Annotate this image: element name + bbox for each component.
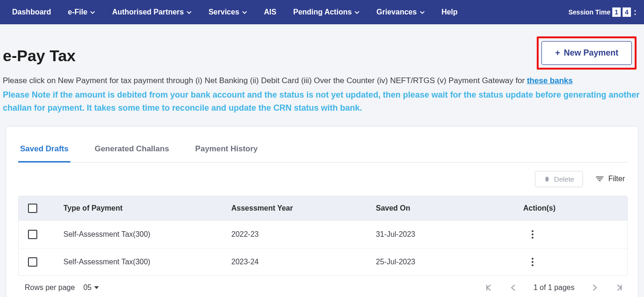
drafts-table: Type of Payment Assessment Year Saved On… bbox=[18, 196, 628, 276]
nav-services[interactable]: Services bbox=[200, 0, 256, 24]
cell-saved: 31-Jul-2023 bbox=[376, 230, 520, 239]
table-toolbar: Delete Filter bbox=[18, 171, 625, 187]
colon-icon: : bbox=[633, 7, 637, 17]
nav-help[interactable]: Help bbox=[433, 0, 466, 24]
svg-rect-2 bbox=[599, 181, 601, 182]
nav-pending-actions[interactable]: Pending Actions bbox=[285, 0, 368, 24]
chevron-down-icon bbox=[90, 10, 95, 15]
rows-per-page-label: Rows per page bbox=[25, 283, 75, 292]
chevron-down-icon bbox=[242, 10, 247, 15]
nav-grievances[interactable]: Grievances bbox=[368, 0, 433, 24]
chevron-down-icon bbox=[420, 10, 425, 15]
cell-type: Self-Assessment Tax(300) bbox=[63, 258, 231, 266]
nav-authorised-partners[interactable]: Authorised Partners bbox=[104, 0, 200, 24]
session-digit: 1 bbox=[612, 7, 621, 17]
cell-saved: 25-Jul-2023 bbox=[376, 258, 520, 266]
row-checkbox[interactable] bbox=[28, 230, 37, 239]
caret-down-icon bbox=[94, 286, 99, 289]
row-actions-menu[interactable] bbox=[530, 228, 535, 240]
plus-icon: + bbox=[555, 48, 560, 58]
filter-icon bbox=[596, 176, 603, 182]
rows-per-page-select[interactable]: 05 bbox=[83, 283, 99, 292]
top-nav: Dashboard e-File Authorised Partners Ser… bbox=[0, 0, 644, 24]
row-checkbox[interactable] bbox=[28, 257, 37, 267]
tab-saved-drafts[interactable]: Saved Drafts bbox=[18, 138, 70, 163]
pager: Rows per page 05 1 of 1 pages bbox=[18, 276, 628, 296]
page-position: 1 of 1 pages bbox=[533, 283, 575, 292]
chevron-down-icon bbox=[187, 10, 192, 15]
trash-icon bbox=[544, 176, 550, 182]
tab-payment-history[interactable]: Payment History bbox=[194, 138, 260, 162]
cell-year: 2022-23 bbox=[231, 230, 376, 239]
cell-year: 2023-24 bbox=[231, 258, 376, 266]
svg-rect-0 bbox=[596, 177, 603, 178]
nav-dashboard[interactable]: Dashboard bbox=[4, 0, 60, 24]
note-text: Please Note if the amount is debited fro… bbox=[3, 89, 641, 115]
table-header: Type of Payment Assessment Year Saved On… bbox=[19, 196, 627, 220]
col-saved: Saved On bbox=[376, 204, 520, 212]
new-payment-button[interactable]: + New Payment bbox=[541, 41, 632, 65]
svg-rect-1 bbox=[597, 179, 602, 180]
select-all-checkbox[interactable] bbox=[28, 204, 37, 213]
last-page-button[interactable] bbox=[616, 284, 623, 291]
highlight-box: + New Payment bbox=[537, 36, 637, 70]
tabs: Saved Drafts Generated Challans Payment … bbox=[18, 138, 628, 163]
next-page-button[interactable] bbox=[592, 284, 598, 291]
drafts-card: Saved Drafts Generated Challans Payment … bbox=[6, 126, 638, 297]
col-action: Action(s) bbox=[520, 204, 618, 212]
these-banks-link[interactable]: these banks bbox=[527, 76, 573, 85]
col-year: Assessment Year bbox=[231, 204, 376, 212]
first-page-button[interactable] bbox=[485, 284, 492, 291]
prev-page-button[interactable] bbox=[510, 284, 516, 291]
tab-generated-challans[interactable]: Generated Challans bbox=[93, 138, 171, 162]
table-row: Self-Assessment Tax(300) 2022-23 31-Jul-… bbox=[19, 220, 627, 248]
session-digit: 4 bbox=[623, 7, 631, 17]
table-row: Self-Assessment Tax(300) 2023-24 25-Jul-… bbox=[19, 248, 627, 276]
session-time: Session Time 1 4 : bbox=[568, 7, 640, 17]
nav-efile[interactable]: e-File bbox=[60, 0, 104, 24]
nav-ais[interactable]: AIS bbox=[256, 0, 285, 24]
page-title: e-Pay Tax bbox=[3, 47, 76, 65]
row-actions-menu[interactable] bbox=[530, 256, 535, 268]
filter-button[interactable]: Filter bbox=[596, 175, 625, 183]
intro-text: Please click on New Payment for tax paym… bbox=[3, 74, 641, 87]
col-type: Type of Payment bbox=[63, 204, 231, 212]
chevron-down-icon bbox=[354, 10, 360, 15]
delete-button[interactable]: Delete bbox=[535, 171, 583, 187]
cell-type: Self-Assessment Tax(300) bbox=[63, 230, 231, 239]
